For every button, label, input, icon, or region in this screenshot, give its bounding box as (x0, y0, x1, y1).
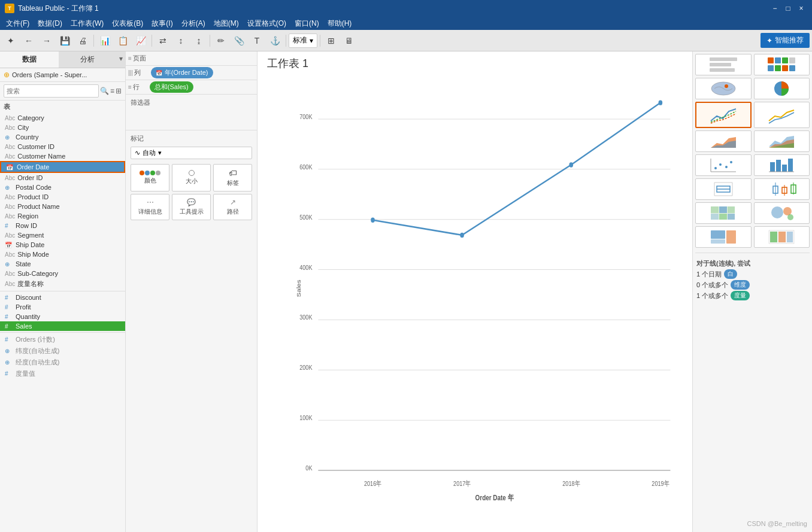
minimize-button[interactable]: − (769, 2, 781, 14)
maximize-button[interactable]: □ (782, 2, 794, 14)
menu-dashboard[interactable]: 仪表板(B) (108, 17, 147, 30)
data-point-2016[interactable] (371, 218, 375, 223)
tab-analysis[interactable]: 分析 (59, 51, 117, 68)
chart-type-gantt[interactable] (754, 130, 810, 152)
chart-type-line2[interactable] (754, 102, 810, 128)
field-order-id[interactable]: Abc Order ID (0, 173, 125, 183)
mark-btn-detail[interactable]: ⋯ 详细信息 (131, 194, 169, 220)
field-postal-code[interactable]: ⊕ Postal Code (0, 183, 125, 192)
menu-map[interactable]: 地图(M) (210, 17, 243, 30)
tb-pin[interactable]: 📎 (231, 32, 247, 49)
tb-back[interactable]: ← (20, 32, 37, 49)
tb-forward[interactable]: → (38, 32, 55, 49)
chart-type-line-selected[interactable] (695, 102, 752, 128)
chart-type-colorgrid[interactable] (754, 54, 810, 75)
menu-story[interactable]: 故事(I) (148, 17, 176, 30)
mark-btn-label[interactable]: 🏷 标签 (213, 164, 252, 191)
chart-type-treemap[interactable] (695, 226, 752, 248)
field-latitude[interactable]: ⊕ 纬度(自动生成) (0, 345, 125, 357)
field-category[interactable]: Abc Category (0, 113, 125, 123)
data-source[interactable]: ⊕ Orders (Sample - Super... (0, 68, 125, 82)
field-measure-value[interactable]: # 度量值 (0, 368, 125, 379)
mark-btn-label-text: 标签 (227, 179, 239, 187)
panel-tab-arrow[interactable]: ▾ (117, 51, 125, 68)
field-orders-count[interactable]: # Orders (计数) (0, 334, 125, 345)
data-point-2017[interactable] (460, 233, 464, 238)
field-product-name[interactable]: Abc Product Name (0, 202, 125, 211)
search-input[interactable] (4, 84, 99, 98)
tb-swap[interactable]: ⇄ (154, 32, 171, 49)
field-customer-name[interactable]: Abc Customer Name (0, 151, 125, 161)
field-sub-category[interactable]: Abc Sub-Category (0, 269, 125, 278)
filter-icon[interactable]: ≡ (110, 87, 114, 95)
tb-save[interactable]: 💾 (56, 32, 73, 49)
columns-pill-label: 年(Order Date) (165, 68, 208, 77)
field-quantity[interactable]: # Quantity (0, 312, 125, 321)
tb-filter[interactable]: ↨ (190, 32, 207, 49)
field-longitude[interactable]: ⊕ 经度(自动生成) (0, 357, 125, 368)
field-customer-id[interactable]: Abc Customer ID (0, 142, 125, 151)
field-order-date[interactable]: 📅 Order Date (0, 161, 125, 173)
field-state[interactable]: ⊕ State (0, 259, 125, 269)
field-ship-date[interactable]: 📅 Ship Date (0, 240, 125, 250)
chart-type-highlight[interactable] (754, 226, 810, 248)
mark-btn-size[interactable]: 大小 (172, 164, 211, 191)
field-product-id[interactable]: Abc Product ID (0, 192, 125, 202)
field-country[interactable]: ⊕ Country (0, 132, 125, 142)
chart-type-area1[interactable] (695, 130, 752, 152)
tb-fit[interactable]: ⊞ (323, 32, 340, 49)
columns-pill[interactable]: 📅 年(Order Date) (151, 67, 213, 78)
chart-type-bubble2[interactable] (754, 202, 810, 224)
dot4 (156, 171, 160, 175)
tb-standard-dropdown[interactable]: 标准 ▾ (289, 34, 317, 48)
window-controls[interactable]: − □ × (769, 2, 807, 14)
field-profit[interactable]: # Profit (0, 302, 125, 312)
chart-type-box1[interactable] (695, 178, 752, 200)
chart-type-heatmap[interactable] (695, 202, 752, 224)
tb-text[interactable]: T (249, 32, 265, 49)
smart-recommend-button[interactable]: ✦ 智能推荐 (761, 33, 810, 48)
field-sales[interactable]: # Sales (0, 321, 125, 331)
tb-new[interactable]: ✦ (2, 32, 19, 49)
tb-monitor[interactable]: 🖥 (341, 32, 357, 49)
chart-type-candle[interactable] (754, 178, 810, 200)
tb-pen[interactable]: ✏ (213, 32, 229, 49)
data-point-2019[interactable] (659, 100, 663, 105)
menu-worksheet[interactable]: 工作表(W) (67, 17, 107, 30)
chart-type-text1[interactable] (695, 54, 752, 75)
close-button[interactable]: × (795, 2, 807, 14)
search-icon[interactable]: 🔍 (100, 87, 109, 95)
field-discount[interactable]: # Discount (0, 293, 125, 302)
panel-tabs: 数据 分析 ▾ (0, 51, 125, 68)
marks-type-dropdown[interactable]: ∿ 自动 ▾ (131, 147, 252, 159)
menu-analysis[interactable]: 分析(A) (178, 17, 209, 30)
mark-btn-tooltip[interactable]: 💬 工具提示 (172, 194, 211, 220)
field-region[interactable]: Abc Region (0, 211, 125, 221)
mark-btn-color[interactable]: 颜色 (131, 164, 169, 191)
rows-pill[interactable]: 总和(Sales) (150, 81, 193, 93)
tb-save2[interactable]: 🖨 (74, 32, 91, 49)
chart-type-bar2[interactable] (754, 154, 810, 176)
field-city[interactable]: Abc City (0, 123, 125, 132)
menu-format[interactable]: 设置格式(O) (244, 17, 290, 30)
menu-data[interactable]: 数据(D) (34, 17, 66, 30)
field-ship-mode[interactable]: Abc Ship Mode (0, 250, 125, 259)
tb-chart[interactable]: 📊 (96, 32, 113, 49)
tb-chart3[interactable]: 📈 (132, 32, 149, 49)
chart-type-map[interactable] (695, 78, 752, 99)
field-row-id[interactable]: # Row ID (0, 221, 125, 230)
chart-type-pie[interactable] (754, 78, 810, 99)
menu-window[interactable]: 窗口(N) (291, 17, 323, 30)
tab-data[interactable]: 数据 (0, 51, 59, 68)
field-measure-name[interactable]: Abc 度量名称 (0, 278, 125, 290)
tb-anchor[interactable]: ⚓ (266, 32, 283, 49)
tb-sort[interactable]: ↕ (172, 32, 189, 49)
chart-type-scatter[interactable] (695, 154, 752, 176)
menu-file[interactable]: 文件(F) (2, 17, 33, 30)
tb-chart2[interactable]: 📋 (114, 32, 131, 49)
mark-btn-path[interactable]: ↗ 路径 (213, 194, 252, 220)
grid-icon[interactable]: ⊞ (116, 87, 122, 95)
menu-help[interactable]: 帮助(H) (324, 17, 356, 30)
field-segment[interactable]: Abc Segment (0, 230, 125, 240)
data-point-2018[interactable] (569, 162, 573, 167)
